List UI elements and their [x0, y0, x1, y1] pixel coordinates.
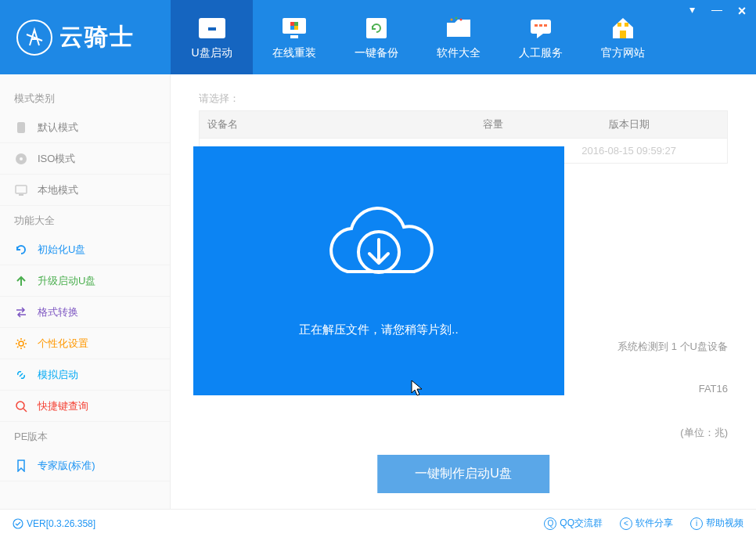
refresh-doc-icon: [361, 15, 392, 41]
table-header: 设备名 容量 版本日期: [199, 110, 728, 139]
tab-website[interactable]: 官方网站: [581, 0, 664, 74]
svg-rect-18: [617, 23, 621, 27]
svg-rect-23: [16, 186, 27, 193]
footer-share[interactable]: < 软件分享: [620, 517, 673, 530]
search-icon: [14, 399, 28, 413]
sidebar-item-format[interactable]: 格式转换: [0, 297, 170, 328]
link-icon: [14, 368, 28, 382]
svg-rect-4: [290, 35, 298, 38]
svg-rect-6: [294, 22, 298, 26]
svg-rect-20: [17, 122, 25, 133]
mouse-cursor-icon: [411, 380, 425, 397]
section-mode: 模式类别: [0, 84, 170, 112]
progress-overlay: 正在解压文件，请您稍等片刻..: [193, 146, 564, 395]
gear-icon: [14, 337, 28, 351]
col-date: 版本日期: [538, 117, 719, 132]
svg-point-10: [450, 18, 452, 20]
sidebar-item-init[interactable]: 初始化U盘: [0, 234, 170, 265]
tab-backup[interactable]: 一键备份: [335, 0, 417, 74]
logo: 云骑士: [0, 0, 171, 74]
header-bar: 云骑士 U盘启动 在线重装 一键备份 软件大全: [0, 0, 756, 74]
default-icon: [14, 121, 28, 135]
svg-rect-9: [366, 18, 387, 38]
tab-service[interactable]: 人工服务: [499, 0, 581, 74]
sidebar-item-custom[interactable]: 个性化设置: [0, 328, 170, 359]
section-features: 功能大全: [0, 206, 170, 234]
share-icon: <: [620, 517, 632, 530]
footer: VER[0.3.26.358] Q QQ交流群 < 软件分享 i 帮助视频: [0, 509, 756, 537]
arrow-up-icon: [14, 274, 28, 288]
home-icon: [607, 15, 639, 41]
svg-rect-5: [290, 22, 294, 26]
sidebar: 模式类别 默认模式 ISO模式 本地模式 功能大全 初始化U盘 升级启动U盘 格…: [0, 74, 171, 509]
fs-info: FAT16: [671, 380, 756, 398]
svg-rect-16: [544, 24, 547, 27]
usb-icon: [196, 15, 228, 41]
tab-usb-boot[interactable]: U盘启动: [171, 0, 253, 74]
svg-rect-24: [19, 194, 23, 196]
unit-info: (单位：兆): [652, 423, 756, 443]
svg-rect-8: [294, 26, 298, 30]
chat-icon: [525, 15, 556, 41]
check-circle-icon: [13, 518, 23, 529]
svg-point-25: [19, 341, 23, 346]
window-controls: ▾ — ×: [684, 3, 750, 20]
svg-point-22: [20, 157, 23, 160]
qq-icon: Q: [544, 517, 556, 530]
sidebar-item-iso[interactable]: ISO模式: [0, 143, 170, 175]
minimize-button[interactable]: —: [709, 3, 725, 20]
sidebar-item-hotkey[interactable]: 快捷键查询: [0, 391, 170, 422]
tab-software[interactable]: 软件大全: [417, 0, 499, 74]
svg-rect-14: [535, 24, 538, 27]
footer-links: Q QQ交流群 < 软件分享 i 帮助视频: [544, 517, 743, 530]
section-pe: PE版本: [0, 422, 170, 450]
create-usb-button[interactable]: 一键制作启动U盘: [377, 455, 549, 493]
svg-point-28: [13, 519, 23, 528]
info-icon: i: [690, 517, 703, 530]
top-tabs: U盘启动 在线重装 一键备份 软件大全 人工服务: [171, 0, 756, 74]
dropdown-button[interactable]: ▾: [684, 3, 700, 20]
knight-logo-icon: [16, 19, 53, 56]
swap-icon: [14, 305, 28, 319]
svg-rect-19: [625, 23, 628, 27]
progress-text: 正在解压文件，请您稍等片刻..: [299, 323, 458, 337]
svg-rect-15: [539, 24, 542, 27]
cloud-download-icon: [316, 205, 441, 291]
sidebar-item-expert[interactable]: 专家版(标准): [0, 450, 170, 481]
version-label[interactable]: VER[0.3.26.358]: [13, 518, 95, 529]
refresh-icon: [14, 243, 28, 257]
svg-rect-17: [620, 31, 626, 38]
footer-qq[interactable]: Q QQ交流群: [544, 517, 603, 530]
sidebar-item-local[interactable]: 本地模式: [0, 175, 170, 206]
disc-icon: [14, 152, 28, 166]
monitor-icon: [279, 15, 310, 41]
detect-info: 系统检测到 1 个U盘设备: [589, 337, 756, 357]
sidebar-item-default[interactable]: 默认模式: [0, 112, 170, 143]
svg-rect-7: [290, 26, 294, 30]
tab-reinstall[interactable]: 在线重装: [253, 0, 335, 74]
sidebar-item-simulate[interactable]: 模拟启动: [0, 359, 170, 391]
select-prompt: 请选择：: [171, 87, 756, 110]
svg-rect-2: [208, 27, 216, 31]
close-button[interactable]: ×: [734, 3, 750, 20]
monitor-small-icon: [14, 183, 28, 197]
app-name: 云骑士: [59, 21, 135, 53]
col-device: 设备名: [207, 117, 448, 132]
bookmark-icon: [14, 459, 28, 473]
svg-point-12: [459, 18, 462, 20]
sidebar-item-upgrade[interactable]: 升级启动U盘: [0, 265, 170, 297]
col-size: 容量: [448, 117, 538, 132]
svg-point-26: [16, 402, 24, 409]
folder-icon: [443, 15, 474, 41]
footer-help[interactable]: i 帮助视频: [690, 517, 743, 530]
svg-point-11: [455, 16, 457, 19]
